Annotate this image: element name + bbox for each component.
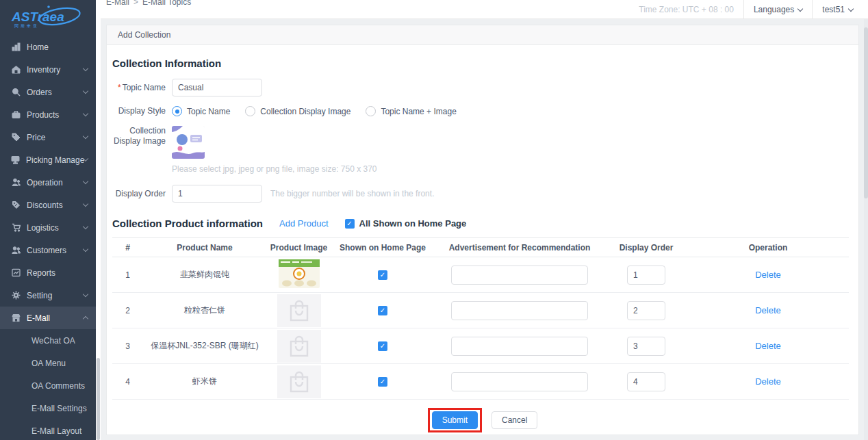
display-order-label: Display Order: [112, 189, 166, 199]
e-mall-icon: [11, 313, 21, 323]
card-title: Add Collection: [107, 25, 858, 45]
sidebar-item-reports[interactable]: Reports: [0, 261, 96, 284]
cancel-button[interactable]: Cancel: [492, 411, 537, 429]
collection-product-information-heading: Collection Product information: [112, 218, 263, 229]
row-display-order-input[interactable]: [627, 301, 665, 320]
radio-icon[interactable]: [366, 106, 376, 116]
main-area: E-Mall>E-Mall Topics Time Zone: UTC + 08…: [101, 0, 868, 440]
brand-logo[interactable]: ASTraea 阿斯米亚: [0, 0, 96, 36]
chevron-down-icon: [83, 246, 88, 252]
brand-name: ASTraea: [11, 10, 64, 24]
delete-link[interactable]: Delete: [755, 270, 781, 280]
delete-link[interactable]: Delete: [755, 305, 781, 315]
form-actions: Submit Cancel: [107, 408, 858, 432]
sidebar: ASTraea 阿斯米亚 Home Inventory Orders Produ…: [0, 0, 96, 440]
advertisement-input[interactable]: [451, 337, 588, 356]
collection-display-image-thumbnail[interactable]: [172, 126, 205, 159]
breadcrumb-section[interactable]: E-Mall: [106, 0, 129, 7]
topic-name-row: *Topic Name: [112, 79, 849, 96]
row-display-order-input[interactable]: [627, 266, 665, 285]
add-product-link[interactable]: Add Product: [279, 218, 329, 229]
radio-selected-icon[interactable]: [172, 106, 182, 116]
sidebar-item-orders[interactable]: Orders: [0, 81, 96, 103]
sidebar-item-inventory[interactable]: Inventory: [0, 58, 96, 81]
col-shown-on-home-page: Shown on Home Page: [331, 238, 434, 257]
languages-dropdown[interactable]: Languages: [744, 0, 812, 19]
row-index: 1: [112, 257, 143, 293]
table-header-row: # Product Name Product Image Shown on Ho…: [112, 238, 849, 257]
chevron-up-icon: [83, 316, 88, 322]
product-name: 粒粒杏仁饼: [143, 293, 266, 328]
timezone-label: Time Zone: UTC + 08 : 00: [639, 5, 734, 14]
image-upload-hint: Please select jpg, jpeg or png file, ima…: [172, 164, 849, 174]
sidebar-scrollbar: [96, 0, 101, 440]
card-body: Collection Information *Topic Name Displ…: [107, 45, 858, 435]
chevron-down-icon: [848, 5, 854, 11]
all-shown-label: All Shown on Home Page: [359, 218, 467, 229]
advertisement-input[interactable]: [451, 301, 588, 320]
radio-icon[interactable]: [245, 106, 255, 116]
shown-checkbox[interactable]: ✓: [378, 341, 387, 351]
topic-name-label: Topic Name: [123, 83, 166, 92]
required-asterisk: *: [118, 83, 121, 92]
radio-topic-name-plus-image[interactable]: Topic Name + Image: [366, 106, 456, 116]
checkbox-checked-icon[interactable]: ✓: [345, 219, 355, 229]
chevron-down-icon: [83, 292, 88, 297]
row-display-order-input[interactable]: [627, 372, 665, 391]
chevron-down-icon: [83, 133, 88, 139]
delete-link[interactable]: Delete: [755, 376, 781, 387]
shown-checkbox[interactable]: ✓: [378, 306, 387, 315]
breadcrumb-page: E-Mall Topics: [142, 0, 191, 7]
shown-checkbox[interactable]: ✓: [378, 270, 387, 280]
sidebar-scrollbar-thumb[interactable]: [97, 358, 100, 440]
inventory-icon: [11, 65, 21, 75]
sidebar-item-e-mall[interactable]: E-Mall: [0, 307, 96, 329]
topbar: E-Mall>E-Mall Topics Time Zone: UTC + 08…: [101, 0, 868, 19]
all-shown-on-home-page-toggle[interactable]: ✓ All Shown on Home Page: [345, 218, 467, 229]
shopping-bag-icon: [289, 299, 309, 322]
table-row: 3 保温杯JNL-352-SBR (珊瑚红) ✓: [112, 328, 849, 364]
row-display-order-input[interactable]: [627, 337, 665, 356]
customers-icon: [11, 246, 21, 255]
topic-name-input[interactable]: [172, 79, 262, 96]
delete-link[interactable]: Delete: [755, 341, 781, 351]
sidebar-item-picking-manage[interactable]: Picking Manage: [0, 148, 96, 171]
picking-manage-icon: [11, 155, 20, 165]
content-area: Add Collection Collection Information *T…: [101, 19, 868, 440]
discounts-icon: [11, 200, 21, 210]
product-image-placeholder: [277, 294, 321, 327]
page-scrollbar-thumb[interactable]: [864, 27, 868, 198]
page-scrollbar: [864, 19, 868, 440]
advertisement-input[interactable]: [451, 372, 588, 391]
annotation-highlight: Submit: [428, 408, 482, 432]
display-order-row: Display Order The bigger number will be …: [112, 185, 849, 203]
product-name: 虾米饼: [143, 364, 266, 400]
sidebar-subitem-oa-menu[interactable]: OA Menu: [0, 352, 96, 374]
sidebar-subitem-e-mall-layout[interactable]: E-Mall Layout: [0, 419, 96, 440]
sidebar-item-logistics[interactable]: Logistics: [0, 216, 96, 239]
orders-icon: [11, 88, 21, 97]
submit-button[interactable]: Submit: [432, 411, 478, 429]
user-dropdown[interactable]: test51: [813, 0, 863, 19]
advertisement-input[interactable]: [451, 266, 588, 285]
sidebar-subitem-wechat-oa[interactable]: WeChat OA: [0, 329, 96, 352]
chevron-down-icon: [83, 66, 88, 71]
row-index: 3: [112, 328, 143, 364]
sidebar-subitem-e-mall-settings[interactable]: E-Mall Settings: [0, 397, 96, 419]
brand-subtext: 阿斯米亚: [14, 23, 39, 29]
radio-topic-name[interactable]: Topic Name: [172, 106, 230, 116]
sidebar-item-setting[interactable]: Setting: [0, 284, 96, 307]
display-order-input[interactable]: [172, 185, 262, 203]
sidebar-item-price[interactable]: Price: [0, 126, 96, 148]
sidebar-item-discounts[interactable]: Discounts: [0, 194, 96, 216]
sidebar-item-home[interactable]: Home: [0, 36, 96, 58]
sidebar-item-products[interactable]: Products: [0, 103, 96, 126]
sidebar-item-operation[interactable]: Operation: [0, 171, 96, 194]
row-index: 4: [112, 364, 143, 400]
sidebar-item-customers[interactable]: Customers: [0, 239, 96, 261]
chevron-down-icon: [84, 156, 89, 161]
products-table: # Product Name Product Image Shown on Ho…: [112, 237, 849, 400]
radio-collection-display-image[interactable]: Collection Display Image: [245, 106, 350, 116]
shown-checkbox[interactable]: ✓: [378, 377, 387, 387]
sidebar-subitem-oa-comments[interactable]: OA Comments: [0, 374, 96, 397]
